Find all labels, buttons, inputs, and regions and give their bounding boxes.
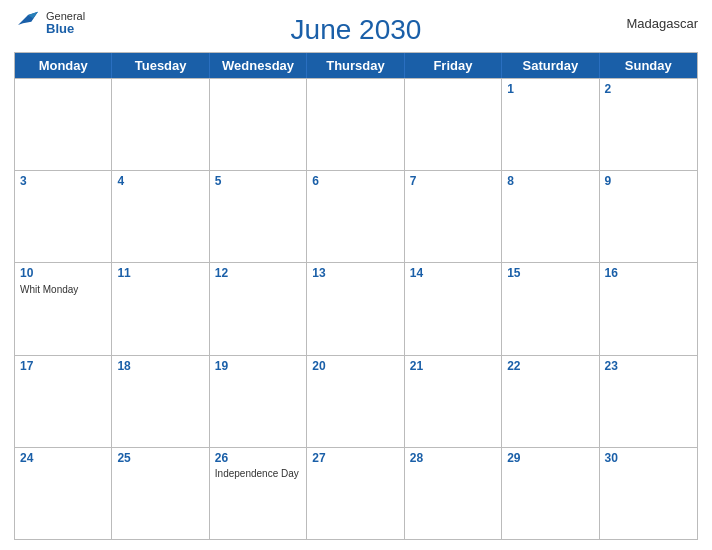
- day-number: 4: [117, 174, 203, 190]
- week-row: 12: [15, 78, 697, 170]
- country-label: Madagascar: [626, 16, 698, 31]
- day-header: Saturday: [502, 53, 599, 78]
- day-cell: 22: [502, 356, 599, 447]
- day-header: Sunday: [600, 53, 697, 78]
- day-cell: 26Independence Day: [210, 448, 307, 539]
- calendar: MondayTuesdayWednesdayThursdayFridaySatu…: [14, 52, 698, 540]
- header: General Blue June 2030 Madagascar: [14, 10, 698, 46]
- week-row: 10Whit Monday111213141516: [15, 262, 697, 354]
- day-cell: 29: [502, 448, 599, 539]
- day-header: Thursday: [307, 53, 404, 78]
- day-cell: 5: [210, 171, 307, 262]
- day-number: 10: [20, 266, 106, 282]
- day-number: 12: [215, 266, 301, 282]
- day-number: 22: [507, 359, 593, 375]
- day-header: Wednesday: [210, 53, 307, 78]
- day-cell: 23: [600, 356, 697, 447]
- day-cell: 13: [307, 263, 404, 354]
- day-cell: 15: [502, 263, 599, 354]
- weeks: 12345678910Whit Monday111213141516171819…: [15, 78, 697, 539]
- day-number: 9: [605, 174, 692, 190]
- calendar-title: June 2030: [291, 14, 422, 46]
- day-cell: [307, 79, 404, 170]
- day-cell: 18: [112, 356, 209, 447]
- logo-bird-icon: [14, 10, 42, 30]
- day-number: 25: [117, 451, 203, 467]
- day-header: Monday: [15, 53, 112, 78]
- day-number: 28: [410, 451, 496, 467]
- day-header: Friday: [405, 53, 502, 78]
- day-number: 29: [507, 451, 593, 467]
- day-number: 15: [507, 266, 593, 282]
- day-number: 21: [410, 359, 496, 375]
- day-number: 8: [507, 174, 593, 190]
- day-cell: 7: [405, 171, 502, 262]
- day-number: 6: [312, 174, 398, 190]
- logo-blue: Blue: [46, 22, 85, 36]
- day-number: 11: [117, 266, 203, 282]
- holiday-label: Independence Day: [215, 468, 301, 480]
- day-cell: 17: [15, 356, 112, 447]
- day-number: 27: [312, 451, 398, 467]
- day-cell: 14: [405, 263, 502, 354]
- day-cell: [15, 79, 112, 170]
- day-number: 26: [215, 451, 301, 467]
- day-header: Tuesday: [112, 53, 209, 78]
- day-number: 3: [20, 174, 106, 190]
- logo-texts: General Blue: [46, 10, 85, 36]
- day-cell: 24: [15, 448, 112, 539]
- day-cell: 20: [307, 356, 404, 447]
- day-cell: 27: [307, 448, 404, 539]
- week-row: 3456789: [15, 170, 697, 262]
- day-number: 30: [605, 451, 692, 467]
- week-row: 17181920212223: [15, 355, 697, 447]
- day-number: 18: [117, 359, 203, 375]
- day-cell: 3: [15, 171, 112, 262]
- day-cell: 28: [405, 448, 502, 539]
- day-number: 24: [20, 451, 106, 467]
- day-cell: 1: [502, 79, 599, 170]
- day-number: 16: [605, 266, 692, 282]
- day-cell: [405, 79, 502, 170]
- logo: General Blue: [14, 10, 85, 36]
- day-cell: 12: [210, 263, 307, 354]
- day-number: 5: [215, 174, 301, 190]
- day-number: 20: [312, 359, 398, 375]
- holiday-label: Whit Monday: [20, 284, 106, 296]
- day-number: 17: [20, 359, 106, 375]
- day-cell: 4: [112, 171, 209, 262]
- day-headers: MondayTuesdayWednesdayThursdayFridaySatu…: [15, 53, 697, 78]
- day-cell: 30: [600, 448, 697, 539]
- day-number: 7: [410, 174, 496, 190]
- day-number: 13: [312, 266, 398, 282]
- day-cell: 8: [502, 171, 599, 262]
- day-cell: [210, 79, 307, 170]
- page: General Blue June 2030 Madagascar Monday…: [0, 0, 712, 550]
- day-cell: 21: [405, 356, 502, 447]
- day-number: 23: [605, 359, 692, 375]
- day-cell: 9: [600, 171, 697, 262]
- day-number: 2: [605, 82, 692, 98]
- day-cell: 16: [600, 263, 697, 354]
- day-cell: 2: [600, 79, 697, 170]
- day-cell: 6: [307, 171, 404, 262]
- day-cell: 25: [112, 448, 209, 539]
- day-number: 14: [410, 266, 496, 282]
- day-number: 19: [215, 359, 301, 375]
- day-cell: 11: [112, 263, 209, 354]
- day-number: 1: [507, 82, 593, 98]
- day-cell: 10Whit Monday: [15, 263, 112, 354]
- day-cell: [112, 79, 209, 170]
- day-cell: 19: [210, 356, 307, 447]
- week-row: 242526Independence Day27282930: [15, 447, 697, 539]
